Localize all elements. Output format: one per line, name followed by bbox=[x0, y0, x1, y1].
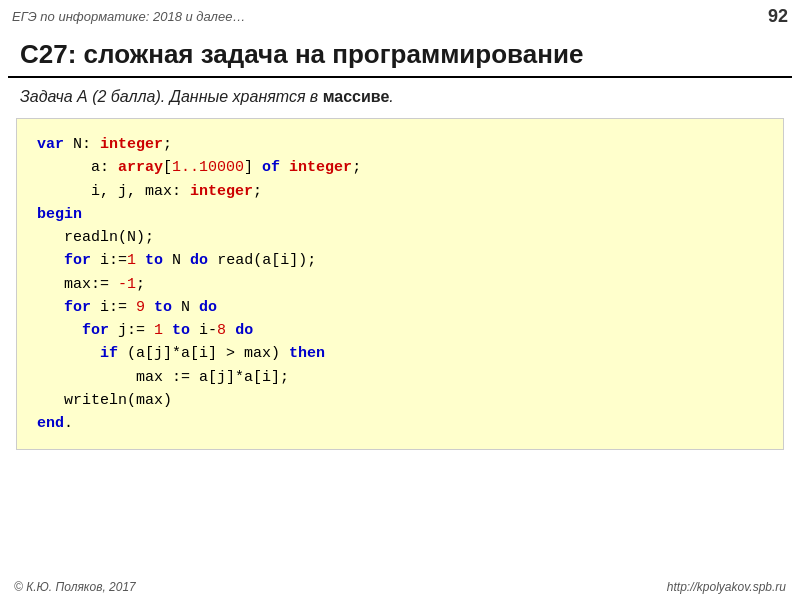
slide-title-text: С27: сложная задача на программирование bbox=[20, 39, 583, 69]
footer-left: © К.Ю. Поляков, 2017 bbox=[14, 580, 136, 594]
code-line-10: if (a[j]*a[i] > max) then bbox=[37, 342, 763, 365]
code-line-9: for j:= 1 to i-8 do bbox=[37, 319, 763, 342]
task-description: Задача А (2 балла). Данные хранятся в ма… bbox=[0, 78, 800, 114]
code-line-6: for i:=1 to N do read(a[i]); bbox=[37, 249, 763, 272]
footer: © К.Ю. Поляков, 2017 http://kpolyakov.sp… bbox=[0, 580, 800, 594]
slide-title: С27: сложная задача на программирование bbox=[8, 31, 792, 78]
code-line-13: end. bbox=[37, 412, 763, 435]
code-line-2: a: array[1..10000] of integer; bbox=[37, 156, 763, 179]
code-block: var N: integer; a: array[1..10000] of in… bbox=[16, 118, 784, 450]
task-label: Задача А (2 балла). Данные хранятся в bbox=[20, 88, 323, 105]
code-line-3: i, j, max: integer; bbox=[37, 180, 763, 203]
footer-right: http://kpolyakov.spb.ru bbox=[667, 580, 786, 594]
task-period: . bbox=[389, 88, 393, 105]
code-line-5: readln(N); bbox=[37, 226, 763, 249]
slide-number: 92 bbox=[768, 6, 788, 27]
header-subtitle: ЕГЭ по информатике: 2018 и далее… bbox=[12, 9, 245, 24]
code-line-8: for i:= 9 to N do bbox=[37, 296, 763, 319]
header-bar: ЕГЭ по информатике: 2018 и далее… 92 bbox=[0, 0, 800, 31]
code-line-4: begin bbox=[37, 203, 763, 226]
code-line-12: writeln(max) bbox=[37, 389, 763, 412]
code-line-1: var N: integer; bbox=[37, 133, 763, 156]
code-line-11: max := a[j]*a[i]; bbox=[37, 366, 763, 389]
code-line-7: max:= -1; bbox=[37, 273, 763, 296]
task-bold: массиве bbox=[323, 88, 390, 105]
